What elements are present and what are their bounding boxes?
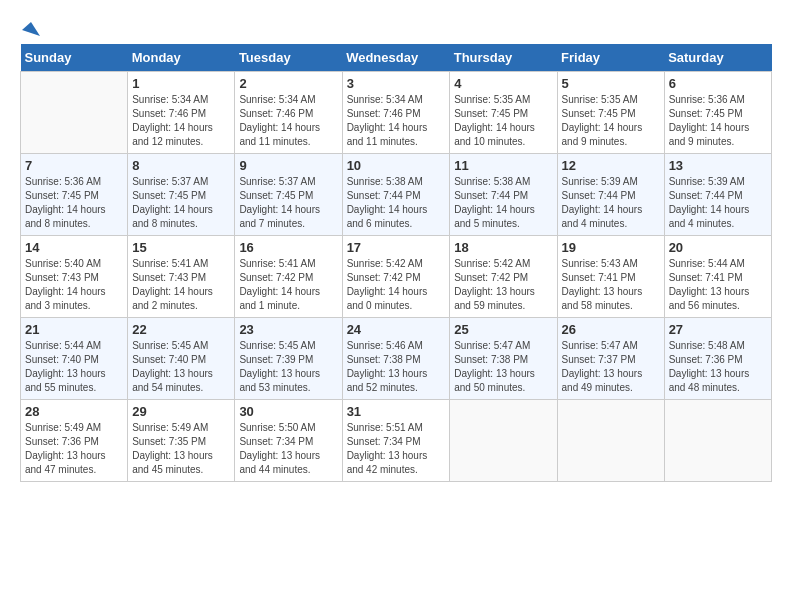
calendar-cell: 21Sunrise: 5:44 AMSunset: 7:40 PMDayligh… — [21, 318, 128, 400]
day-info: Sunrise: 5:38 AMSunset: 7:44 PMDaylight:… — [454, 175, 552, 231]
day-number: 20 — [669, 240, 767, 255]
day-number: 25 — [454, 322, 552, 337]
day-number: 30 — [239, 404, 337, 419]
day-number: 27 — [669, 322, 767, 337]
calendar-cell: 29Sunrise: 5:49 AMSunset: 7:35 PMDayligh… — [128, 400, 235, 482]
day-number: 24 — [347, 322, 446, 337]
calendar-header-row: SundayMondayTuesdayWednesdayThursdayFrid… — [21, 44, 772, 72]
day-info: Sunrise: 5:34 AMSunset: 7:46 PMDaylight:… — [239, 93, 337, 149]
calendar-cell — [21, 72, 128, 154]
day-info: Sunrise: 5:37 AMSunset: 7:45 PMDaylight:… — [239, 175, 337, 231]
calendar-week-row: 14Sunrise: 5:40 AMSunset: 7:43 PMDayligh… — [21, 236, 772, 318]
calendar-cell: 23Sunrise: 5:45 AMSunset: 7:39 PMDayligh… — [235, 318, 342, 400]
day-info: Sunrise: 5:34 AMSunset: 7:46 PMDaylight:… — [132, 93, 230, 149]
day-number: 5 — [562, 76, 660, 91]
calendar-cell: 15Sunrise: 5:41 AMSunset: 7:43 PMDayligh… — [128, 236, 235, 318]
day-info: Sunrise: 5:49 AMSunset: 7:36 PMDaylight:… — [25, 421, 123, 477]
calendar-cell: 11Sunrise: 5:38 AMSunset: 7:44 PMDayligh… — [450, 154, 557, 236]
column-header-saturday: Saturday — [664, 44, 771, 72]
column-header-friday: Friday — [557, 44, 664, 72]
calendar-cell: 26Sunrise: 5:47 AMSunset: 7:37 PMDayligh… — [557, 318, 664, 400]
day-info: Sunrise: 5:35 AMSunset: 7:45 PMDaylight:… — [562, 93, 660, 149]
day-info: Sunrise: 5:44 AMSunset: 7:40 PMDaylight:… — [25, 339, 123, 395]
day-number: 4 — [454, 76, 552, 91]
calendar-cell — [664, 400, 771, 482]
calendar-cell: 30Sunrise: 5:50 AMSunset: 7:34 PMDayligh… — [235, 400, 342, 482]
day-number: 15 — [132, 240, 230, 255]
column-header-monday: Monday — [128, 44, 235, 72]
calendar-cell: 5Sunrise: 5:35 AMSunset: 7:45 PMDaylight… — [557, 72, 664, 154]
day-number: 23 — [239, 322, 337, 337]
logo-bird-icon — [22, 20, 40, 38]
day-info: Sunrise: 5:49 AMSunset: 7:35 PMDaylight:… — [132, 421, 230, 477]
day-info: Sunrise: 5:39 AMSunset: 7:44 PMDaylight:… — [669, 175, 767, 231]
column-header-thursday: Thursday — [450, 44, 557, 72]
day-info: Sunrise: 5:36 AMSunset: 7:45 PMDaylight:… — [25, 175, 123, 231]
day-info: Sunrise: 5:47 AMSunset: 7:38 PMDaylight:… — [454, 339, 552, 395]
calendar-cell — [557, 400, 664, 482]
day-info: Sunrise: 5:44 AMSunset: 7:41 PMDaylight:… — [669, 257, 767, 313]
calendar-cell: 18Sunrise: 5:42 AMSunset: 7:42 PMDayligh… — [450, 236, 557, 318]
day-number: 19 — [562, 240, 660, 255]
calendar-cell: 19Sunrise: 5:43 AMSunset: 7:41 PMDayligh… — [557, 236, 664, 318]
day-number: 8 — [132, 158, 230, 173]
day-number: 7 — [25, 158, 123, 173]
day-info: Sunrise: 5:45 AMSunset: 7:39 PMDaylight:… — [239, 339, 337, 395]
day-info: Sunrise: 5:38 AMSunset: 7:44 PMDaylight:… — [347, 175, 446, 231]
day-number: 17 — [347, 240, 446, 255]
column-header-tuesday: Tuesday — [235, 44, 342, 72]
day-info: Sunrise: 5:43 AMSunset: 7:41 PMDaylight:… — [562, 257, 660, 313]
calendar-cell: 7Sunrise: 5:36 AMSunset: 7:45 PMDaylight… — [21, 154, 128, 236]
logo — [20, 20, 40, 34]
calendar-cell: 12Sunrise: 5:39 AMSunset: 7:44 PMDayligh… — [557, 154, 664, 236]
day-info: Sunrise: 5:40 AMSunset: 7:43 PMDaylight:… — [25, 257, 123, 313]
day-info: Sunrise: 5:50 AMSunset: 7:34 PMDaylight:… — [239, 421, 337, 477]
calendar-cell: 25Sunrise: 5:47 AMSunset: 7:38 PMDayligh… — [450, 318, 557, 400]
day-info: Sunrise: 5:51 AMSunset: 7:34 PMDaylight:… — [347, 421, 446, 477]
calendar-cell: 27Sunrise: 5:48 AMSunset: 7:36 PMDayligh… — [664, 318, 771, 400]
calendar-week-row: 21Sunrise: 5:44 AMSunset: 7:40 PMDayligh… — [21, 318, 772, 400]
column-header-sunday: Sunday — [21, 44, 128, 72]
calendar-cell: 10Sunrise: 5:38 AMSunset: 7:44 PMDayligh… — [342, 154, 450, 236]
calendar-cell: 13Sunrise: 5:39 AMSunset: 7:44 PMDayligh… — [664, 154, 771, 236]
calendar-cell: 20Sunrise: 5:44 AMSunset: 7:41 PMDayligh… — [664, 236, 771, 318]
calendar-cell: 4Sunrise: 5:35 AMSunset: 7:45 PMDaylight… — [450, 72, 557, 154]
day-info: Sunrise: 5:45 AMSunset: 7:40 PMDaylight:… — [132, 339, 230, 395]
day-number: 14 — [25, 240, 123, 255]
calendar-cell: 9Sunrise: 5:37 AMSunset: 7:45 PMDaylight… — [235, 154, 342, 236]
day-info: Sunrise: 5:41 AMSunset: 7:42 PMDaylight:… — [239, 257, 337, 313]
day-info: Sunrise: 5:42 AMSunset: 7:42 PMDaylight:… — [347, 257, 446, 313]
calendar-week-row: 7Sunrise: 5:36 AMSunset: 7:45 PMDaylight… — [21, 154, 772, 236]
calendar-cell — [450, 400, 557, 482]
day-number: 3 — [347, 76, 446, 91]
calendar-cell: 1Sunrise: 5:34 AMSunset: 7:46 PMDaylight… — [128, 72, 235, 154]
calendar-cell: 16Sunrise: 5:41 AMSunset: 7:42 PMDayligh… — [235, 236, 342, 318]
day-info: Sunrise: 5:35 AMSunset: 7:45 PMDaylight:… — [454, 93, 552, 149]
calendar-cell: 17Sunrise: 5:42 AMSunset: 7:42 PMDayligh… — [342, 236, 450, 318]
day-number: 9 — [239, 158, 337, 173]
column-header-wednesday: Wednesday — [342, 44, 450, 72]
day-info: Sunrise: 5:36 AMSunset: 7:45 PMDaylight:… — [669, 93, 767, 149]
day-number: 11 — [454, 158, 552, 173]
calendar-cell: 31Sunrise: 5:51 AMSunset: 7:34 PMDayligh… — [342, 400, 450, 482]
calendar-cell: 14Sunrise: 5:40 AMSunset: 7:43 PMDayligh… — [21, 236, 128, 318]
day-number: 26 — [562, 322, 660, 337]
day-info: Sunrise: 5:34 AMSunset: 7:46 PMDaylight:… — [347, 93, 446, 149]
day-number: 6 — [669, 76, 767, 91]
day-number: 21 — [25, 322, 123, 337]
page-header — [20, 20, 772, 34]
day-number: 18 — [454, 240, 552, 255]
day-info: Sunrise: 5:48 AMSunset: 7:36 PMDaylight:… — [669, 339, 767, 395]
calendar-table: SundayMondayTuesdayWednesdayThursdayFrid… — [20, 44, 772, 482]
day-info: Sunrise: 5:41 AMSunset: 7:43 PMDaylight:… — [132, 257, 230, 313]
day-number: 13 — [669, 158, 767, 173]
calendar-cell: 22Sunrise: 5:45 AMSunset: 7:40 PMDayligh… — [128, 318, 235, 400]
day-number: 22 — [132, 322, 230, 337]
day-info: Sunrise: 5:39 AMSunset: 7:44 PMDaylight:… — [562, 175, 660, 231]
day-info: Sunrise: 5:42 AMSunset: 7:42 PMDaylight:… — [454, 257, 552, 313]
day-number: 28 — [25, 404, 123, 419]
day-number: 31 — [347, 404, 446, 419]
calendar-cell: 6Sunrise: 5:36 AMSunset: 7:45 PMDaylight… — [664, 72, 771, 154]
day-number: 16 — [239, 240, 337, 255]
calendar-cell: 24Sunrise: 5:46 AMSunset: 7:38 PMDayligh… — [342, 318, 450, 400]
